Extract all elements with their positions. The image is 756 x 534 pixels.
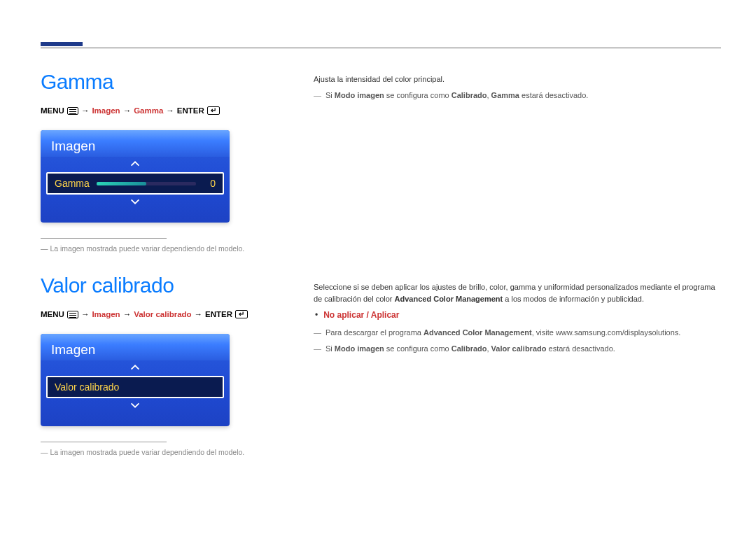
osd-header: Imagen [41,130,230,157]
osd-header: Imagen [41,334,230,360]
chevron-up-icon[interactable] [41,360,230,376]
bc-sep: → [195,310,203,318]
bc-enter: ENTER [205,310,232,318]
footnote-divider [41,442,167,442]
t: se configura como [384,344,451,353]
osd-row-label: Gamma [55,178,90,189]
enter-icon [235,310,248,318]
breadcrumb-gamma: MENU → Imagen → Gamma → ENTER [41,106,272,115]
t: Advanced Color Management [395,295,503,303]
bc-valor: Valor calibrado [134,310,191,318]
section1-title: Gamma [41,70,272,94]
t: a los modos de información y publicidad. [503,295,644,303]
t: Para descargar el programa [326,328,424,337]
t: Modo imagen [335,344,384,353]
bc-imagen: Imagen [92,310,120,318]
valor-desc: Seleccione si se deben aplicar los ajust… [314,281,721,304]
t: Modo imagen [335,91,384,99]
osd-row-label: Valor calibrado [55,381,119,393]
right-column: Ajusta la intensidad del color principal… [293,70,721,477]
header-rule [41,48,721,48]
bc-sep: → [123,106,132,115]
bc-imagen: Imagen [92,106,120,115]
osd-gamma: Imagen Gamma 0 [41,130,230,223]
bc-gamma: Gamma [134,106,163,115]
menu-icon [67,311,78,318]
bc-sep: → [81,310,90,318]
bc-enter: ENTER [177,106,204,115]
valor-options: No aplicar / Aplicar [315,309,721,321]
t: estará desactivado. [546,344,615,353]
gamma-desc: Ajusta la intensidad del color principal… [314,73,721,85]
osd-row-gamma[interactable]: Gamma 0 [46,172,224,195]
valor-options-text: No aplicar / Aplicar [323,309,399,321]
footnote-divider [41,238,167,239]
t: Gamma [491,91,519,99]
enter-icon [207,106,220,115]
valor-note2: Si Modo imagen se configura como Calibra… [314,343,721,355]
t: , visite www.samsung.com/displaysolution… [532,328,681,337]
t: Calibrado [451,91,487,99]
page: Gamma MENU → Imagen → Gamma → ENTER Imag… [0,0,756,534]
osd-row-valor[interactable]: Valor calibrado [46,376,224,398]
t: Si [326,344,335,353]
chevron-down-icon[interactable] [41,195,230,210]
osd-valor: Imagen Valor calibrado [41,334,230,426]
t: Si [326,91,335,99]
bc-sep: → [123,310,132,318]
osd-slider[interactable] [97,182,196,185]
t: se configura como [384,91,451,99]
spacer [314,105,721,281]
header-accent [41,42,83,46]
footnote-valor: ― La imagen mostrada puede variar depend… [41,448,272,456]
t: Advanced Color Management [424,328,532,337]
breadcrumb-valor: MENU → Imagen → Valor calibrado → ENTER [41,310,272,318]
columns: Gamma MENU → Imagen → Gamma → ENTER Imag… [41,42,721,477]
chevron-down-icon[interactable] [41,398,230,414]
menu-icon [67,107,78,115]
gamma-note: Si Modo imagen se configura como Calibra… [314,90,721,101]
left-column: Gamma MENU → Imagen → Gamma → ENTER Imag… [41,70,293,477]
t: Calibrado [451,344,487,353]
bc-sep: → [166,106,174,115]
osd-row-value: 0 [203,178,216,189]
section2-title: Valor calibrado [41,274,272,297]
valor-note1: Para descargar el programa Advanced Colo… [314,327,721,339]
t: estará desactivado. [519,91,588,99]
bc-sep: → [81,106,90,115]
chevron-up-icon[interactable] [41,157,230,172]
bc-menu: MENU [41,106,64,115]
bc-menu: MENU [41,310,64,318]
footnote-gamma: ― La imagen mostrada puede variar depend… [41,244,272,253]
t: Valor calibrado [491,344,547,353]
